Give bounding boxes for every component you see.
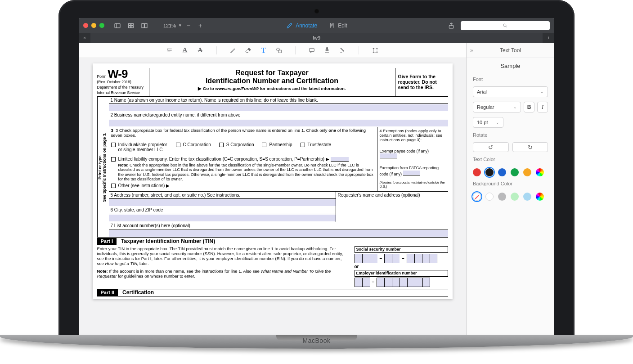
two-page-icon[interactable] xyxy=(139,21,149,30)
svg-line-10 xyxy=(506,26,507,27)
input-city[interactable] xyxy=(109,215,336,221)
cb-s-corp[interactable]: S Corporation xyxy=(219,142,254,148)
document-canvas[interactable]: Form W-9 (Rev. October 2018) Department … xyxy=(79,58,466,342)
annotation-toolbar: A A T xyxy=(79,43,466,58)
cb-individual[interactable]: Individual/sole proprietor or single-mem… xyxy=(111,142,168,153)
llc-class-input[interactable] xyxy=(331,157,349,162)
signature-tool-icon[interactable] xyxy=(338,46,347,55)
rotate-cw-button[interactable]: ↻ xyxy=(512,142,548,152)
eraser-tool-icon[interactable] xyxy=(244,46,253,55)
bg-color-swatch-0[interactable] xyxy=(473,193,481,201)
bg-color-swatch-3[interactable] xyxy=(511,193,519,201)
sidebar-toggle-icon[interactable] xyxy=(112,21,122,30)
llc-note: Note: Check the appropriate box in the l… xyxy=(111,163,375,181)
ex-payee-input[interactable] xyxy=(380,153,397,158)
annotate-mode-button[interactable]: Annotate xyxy=(286,22,317,29)
ex-fatca: Exemption from FATCA reporting code (if … xyxy=(380,166,446,176)
chevron-down-icon: ⌄ xyxy=(496,120,499,125)
font-size-select[interactable]: 10 pt ⌄ xyxy=(473,117,503,128)
font-family-select[interactable]: Arial ⌄ xyxy=(473,86,548,97)
form-label: Form xyxy=(97,74,107,79)
separator xyxy=(359,46,359,54)
line-3: 3 3 Check appropriate box for federal ta… xyxy=(111,128,375,138)
separator xyxy=(295,46,296,54)
zoom-value[interactable]: 121% xyxy=(163,23,176,28)
tab-title: fw9 xyxy=(313,35,320,40)
cb-partnership[interactable]: Partnership xyxy=(262,142,292,148)
input-name[interactable] xyxy=(109,104,448,111)
part1-title: Taxpayer Identification Number (TIN) xyxy=(117,238,215,245)
italic-button[interactable]: I xyxy=(537,102,548,112)
ssn-label: Social security number xyxy=(355,246,448,252)
text-color-swatch-0[interactable] xyxy=(473,168,481,176)
ssn-cells[interactable]: – – xyxy=(355,254,448,263)
svg-point-18 xyxy=(373,52,374,53)
text-color-swatches xyxy=(473,166,548,176)
note-tool-icon[interactable] xyxy=(307,46,316,55)
bg-color-swatch-1[interactable] xyxy=(485,193,494,201)
chevron-down-icon[interactable]: ▼ xyxy=(178,23,182,27)
pdf-page: Form W-9 (Rev. October 2018) Department … xyxy=(93,63,453,299)
tab-fw9[interactable]: fw9 xyxy=(90,33,543,43)
svg-rect-15 xyxy=(373,49,377,52)
zoom-in-button[interactable]: + xyxy=(195,21,205,30)
tab-add-button[interactable]: + xyxy=(543,33,554,43)
input-account[interactable] xyxy=(109,230,448,237)
ein-cells[interactable]: – xyxy=(355,278,448,287)
input-address[interactable] xyxy=(109,199,336,206)
bold-button[interactable]: B xyxy=(524,102,534,112)
text-color-swatch-1[interactable] xyxy=(485,168,494,176)
part1-bar: Part I Taxpayer Identification Number (T… xyxy=(97,237,448,245)
svg-rect-4 xyxy=(129,26,131,27)
cb-other[interactable]: Other (see instructions) ▶ xyxy=(111,183,375,189)
macbook-logo: MacBook xyxy=(303,337,331,344)
share-icon[interactable] xyxy=(446,21,456,30)
cb-trust[interactable]: Trust/estate xyxy=(301,142,331,148)
ex-fatca-input[interactable] xyxy=(403,171,420,175)
macbook-base: MacBook xyxy=(0,335,633,349)
contact-sheet-icon[interactable] xyxy=(126,21,136,30)
text-color-swatch-5[interactable] xyxy=(536,168,544,176)
fullscreen-window[interactable] xyxy=(99,23,104,28)
svg-point-9 xyxy=(503,24,506,27)
line-6: 6 City, state, and ZIP code xyxy=(109,207,336,214)
style-value: Regular xyxy=(477,104,494,110)
text-tool-icon[interactable]: T xyxy=(259,46,268,55)
part2-label: Part II xyxy=(97,289,118,296)
inspector-header: » Text Tool xyxy=(467,43,554,58)
give-form-note: Give Form to the requester. Do not send … xyxy=(395,68,448,96)
search-input[interactable] xyxy=(461,21,550,30)
bg-color-swatches xyxy=(473,191,548,201)
selection-tool-icon[interactable] xyxy=(371,46,380,55)
cb-llc[interactable]: Limited liability company. Enter the tax… xyxy=(111,157,375,162)
window-controls xyxy=(83,23,104,28)
rotate-ccw-button[interactable]: ↺ xyxy=(473,142,509,152)
underline-tool-icon[interactable]: A xyxy=(180,46,189,55)
chevron-down-icon: ⌄ xyxy=(513,105,517,109)
edit-mode-button[interactable]: Edit xyxy=(328,22,347,29)
svg-rect-0 xyxy=(115,23,120,27)
shape-tool-icon[interactable] xyxy=(274,46,283,55)
tab-close-button[interactable]: × xyxy=(79,33,90,43)
collapse-inspector-icon[interactable]: » xyxy=(470,47,473,54)
minimize-window[interactable] xyxy=(91,23,96,28)
bg-color-swatch-5[interactable] xyxy=(536,193,544,201)
inspector-sidebar: » Text Tool Sample Font Arial ⌄ Regular xyxy=(467,43,554,342)
bg-color-swatch-4[interactable] xyxy=(523,193,531,201)
line-7: 7 List account number(s) here (optional) xyxy=(109,222,448,230)
text-color-swatch-3[interactable] xyxy=(511,168,519,176)
strikethrough-tool-icon[interactable]: A xyxy=(196,46,205,55)
zoom-out-button[interactable]: − xyxy=(184,21,193,30)
pencil-tool-icon[interactable] xyxy=(229,46,238,55)
form-title-2: Identification Number and Certification xyxy=(153,77,391,85)
cb-c-corp[interactable]: C Corporation xyxy=(176,142,211,148)
stamp-tool-icon[interactable] xyxy=(323,46,332,55)
highlight-tool-icon[interactable] xyxy=(165,46,174,55)
input-business[interactable] xyxy=(109,120,448,126)
font-style-select[interactable]: Regular ⌄ xyxy=(473,102,521,112)
bg-color-swatch-2[interactable] xyxy=(498,193,506,201)
separator xyxy=(216,46,217,54)
text-color-swatch-4[interactable] xyxy=(523,168,531,176)
text-color-swatch-2[interactable] xyxy=(498,168,506,176)
close-window[interactable] xyxy=(83,23,88,28)
